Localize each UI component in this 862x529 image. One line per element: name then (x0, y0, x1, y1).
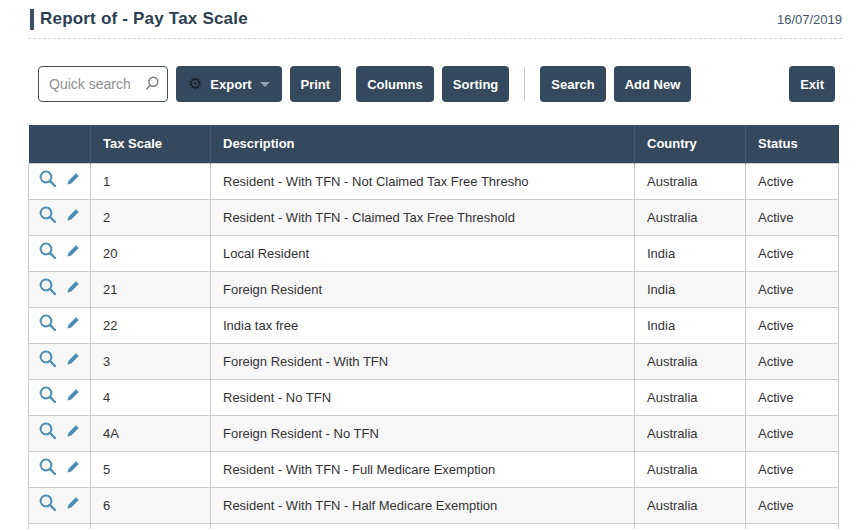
view-magnifier-icon[interactable] (38, 421, 59, 445)
description-cell: India tax free (211, 307, 635, 343)
status-cell (746, 523, 839, 529)
pay-tax-scale-report-page: Report of - Pay Tax Scale 16/07/2019 ⚙ E… (0, 0, 862, 529)
table-row: 6 Resident - With TFN - Half Medicare Ex… (29, 487, 839, 523)
tax-scale-cell: 22 (91, 307, 211, 343)
edit-pencil-icon[interactable] (64, 243, 81, 263)
view-magnifier-icon[interactable] (38, 277, 59, 301)
description-cell: Foreign Resident - With TFN (211, 343, 635, 379)
country-cell: India (635, 307, 746, 343)
row-actions-cell (29, 415, 91, 451)
column-header: Tax Scale (91, 125, 211, 163)
sorting-button[interactable]: Sorting (442, 66, 510, 102)
edit-pencil-icon[interactable] (64, 351, 81, 371)
status-cell: Active (746, 271, 839, 307)
tax-scale-cell: 21 (91, 271, 211, 307)
table-row: 1 Resident - With TFN - Not Claimed Tax … (29, 163, 839, 199)
tax-scale-cell: 4 (91, 379, 211, 415)
description-cell: Resident - With TFN - Half Medicare Exem… (211, 487, 635, 523)
view-magnifier-icon[interactable] (38, 385, 59, 409)
edit-pencil-icon[interactable] (64, 315, 81, 335)
tax-scale-cell: 6 (91, 487, 211, 523)
table-body: 1 Resident - With TFN - Not Claimed Tax … (29, 163, 839, 529)
status-cell: Active (746, 307, 839, 343)
edit-pencil-icon[interactable] (64, 171, 81, 191)
row-actions-cell (29, 523, 91, 529)
view-magnifier-icon[interactable] (38, 313, 59, 337)
row-actions-cell (29, 163, 91, 199)
table-row: 5 Resident - With TFN - Full Medicare Ex… (29, 451, 839, 487)
country-cell: India (635, 235, 746, 271)
row-actions-cell (29, 271, 91, 307)
column-header (29, 125, 91, 163)
row-actions-cell (29, 307, 91, 343)
report-date: 16/07/2019 (777, 12, 842, 27)
print-button[interactable]: Print (290, 66, 342, 102)
edit-pencil-icon[interactable] (64, 207, 81, 227)
row-actions-cell (29, 379, 91, 415)
column-header: Country (635, 125, 746, 163)
toolbar: ⚙ Export Print Columns Sorting Search Ad… (38, 66, 835, 102)
column-header: Status (746, 125, 839, 163)
header-row: Tax ScaleDescriptionCountryStatus (29, 125, 839, 163)
row-actions-cell (29, 235, 91, 271)
view-magnifier-icon[interactable] (38, 169, 59, 193)
view-magnifier-icon[interactable] (38, 205, 59, 229)
row-actions-cell (29, 343, 91, 379)
edit-pencil-icon[interactable] (64, 459, 81, 479)
description-cell: Local Resident (211, 235, 635, 271)
status-cell: Active (746, 235, 839, 271)
description-cell: Resident - With TFN - Not Claimed Tax Fr… (211, 163, 635, 199)
tax-scale-table: Tax ScaleDescriptionCountryStatus 1 Resi… (28, 125, 839, 529)
view-magnifier-icon[interactable] (38, 457, 59, 481)
description-cell: Resident - No TFN (211, 379, 635, 415)
table-row: 3 Foreign Resident - With TFN Australia … (29, 343, 839, 379)
gear-icon: ⚙ (188, 76, 202, 92)
view-magnifier-icon[interactable] (38, 493, 59, 517)
status-cell: Active (746, 199, 839, 235)
search-button[interactable]: Search (540, 66, 605, 102)
title-bar: Report of - Pay Tax Scale 16/07/2019 (28, 0, 842, 39)
tax-scale-cell: 1 (91, 163, 211, 199)
country-cell: Australia (635, 487, 746, 523)
status-cell: Active (746, 379, 839, 415)
tax-scale-cell: 5 (91, 451, 211, 487)
country-cell: Australia (635, 415, 746, 451)
edit-pencil-icon[interactable] (64, 279, 81, 299)
table-row: 21 Foreign Resident India Active (29, 271, 839, 307)
description-cell (211, 523, 635, 529)
add-new-button[interactable]: Add New (614, 66, 692, 102)
table-row: 2 Resident - With TFN - Claimed Tax Free… (29, 199, 839, 235)
country-cell: Australia (635, 343, 746, 379)
export-button-label: Export (210, 77, 251, 92)
column-header: Description (211, 125, 635, 163)
country-cell (635, 523, 746, 529)
columns-button[interactable]: Columns (356, 66, 434, 102)
row-actions-cell (29, 199, 91, 235)
table-row: 20 Local Resident India Active (29, 235, 839, 271)
search-magnifier-icon (143, 75, 161, 97)
status-cell: Active (746, 415, 839, 451)
page-title: Report of - Pay Tax Scale (40, 9, 248, 29)
country-cell: Australia (635, 379, 746, 415)
table-row: 4 Resident - No TFN Australia Active (29, 379, 839, 415)
tax-scale-cell: 2 (91, 199, 211, 235)
status-cell: Active (746, 163, 839, 199)
edit-pencil-icon[interactable] (64, 495, 81, 515)
view-magnifier-icon[interactable] (38, 349, 59, 373)
description-cell: Resident - With TFN - Claimed Tax Free T… (211, 199, 635, 235)
export-button[interactable]: ⚙ Export (176, 66, 282, 102)
edit-pencil-icon[interactable] (64, 423, 81, 443)
tax-scale-cell: 4A (91, 415, 211, 451)
view-magnifier-icon[interactable] (38, 241, 59, 265)
exit-button[interactable]: Exit (789, 66, 835, 102)
country-cell: India (635, 271, 746, 307)
table-row: 22 India tax free India Active (29, 307, 839, 343)
chevron-down-icon (260, 82, 270, 87)
country-cell: Australia (635, 163, 746, 199)
description-cell: Resident - With TFN - Full Medicare Exem… (211, 451, 635, 487)
quick-search-box (38, 66, 168, 102)
edit-pencil-icon[interactable] (64, 387, 81, 407)
description-cell: Foreign Resident (211, 271, 635, 307)
status-cell: Active (746, 487, 839, 523)
country-cell: Australia (635, 451, 746, 487)
